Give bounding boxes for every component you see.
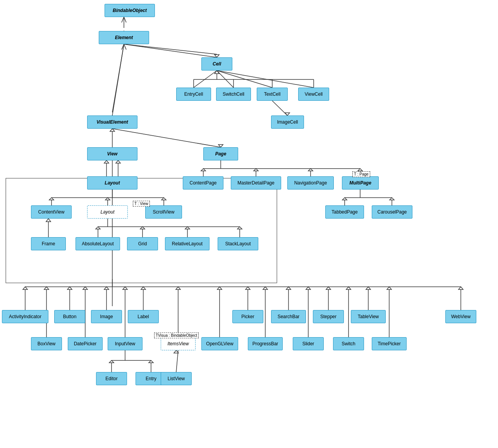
node-cell: Cell <box>201 57 232 71</box>
node-masterdetailpage: MasterDetailPage <box>231 176 281 190</box>
svg-rect-66 <box>6 178 277 283</box>
svg-marker-79 <box>23 287 27 289</box>
svg-marker-38 <box>308 169 313 171</box>
svg-marker-97 <box>44 287 49 289</box>
uml-diagram: BindableObjectElementCellEntryCellSwitch… <box>0 0 498 448</box>
svg-marker-81 <box>104 287 109 289</box>
svg-line-2 <box>112 44 124 112</box>
node-frame: Frame <box>31 237 66 250</box>
svg-marker-36 <box>201 169 206 171</box>
node-switch: Switch <box>333 337 364 350</box>
node-element: Element <box>99 31 149 44</box>
svg-line-12 <box>217 71 314 88</box>
svg-marker-84 <box>286 287 291 289</box>
svg-marker-113 <box>174 350 179 353</box>
node-page: Page <box>203 147 238 160</box>
node-openglview: OpenGLView <box>201 337 238 350</box>
node-picker: Picker <box>232 310 263 323</box>
svg-marker-101 <box>217 287 222 289</box>
node-inputview: InputView <box>108 337 143 350</box>
node-viewcell: ViewCell <box>298 88 329 101</box>
svg-marker-8 <box>215 55 219 57</box>
svg-line-20 <box>272 101 287 115</box>
svg-marker-39 <box>358 169 362 171</box>
node-itemsview: ItemsView <box>161 337 196 350</box>
node-entrycell: EntryCell <box>176 88 211 101</box>
svg-marker-111 <box>149 360 153 363</box>
svg-marker-104 <box>346 287 351 289</box>
svg-marker-23 <box>110 129 115 131</box>
svg-marker-63 <box>140 227 145 229</box>
node-multipage: MultiPage <box>342 176 379 190</box>
svg-marker-80 <box>67 287 72 289</box>
node-editor: Editor <box>96 372 127 385</box>
svg-marker-85 <box>326 287 331 289</box>
svg-marker-44 <box>342 198 347 200</box>
node-activityindicator: ActivityIndicator <box>2 310 48 323</box>
node-bindableobject: BindableObject <box>105 4 155 17</box>
note-t-page: T : Page <box>352 171 370 177</box>
node-grid: Grid <box>127 237 158 250</box>
node-boxview: BoxView <box>31 337 62 350</box>
node-relativelayout: RelativeLayout <box>165 237 210 250</box>
svg-marker-25 <box>218 145 223 147</box>
svg-marker-64 <box>185 227 190 229</box>
node-layout_t: Layout <box>87 205 128 219</box>
svg-marker-55 <box>46 219 51 222</box>
node-imagecell: ImageCell <box>271 115 304 129</box>
svg-marker-83 <box>246 287 250 289</box>
svg-marker-53 <box>161 198 166 200</box>
node-scrollview: ScrollView <box>145 205 182 219</box>
node-slider: Slider <box>293 337 324 350</box>
node-image: Image <box>91 310 122 323</box>
svg-marker-110 <box>109 360 114 363</box>
node-button: Button <box>54 310 85 323</box>
node-textcell: TextCell <box>257 88 288 101</box>
svg-marker-86 <box>366 287 371 289</box>
note-t-visual: TVisua : BindableObject <box>154 333 199 338</box>
node-visualelement: VisualElement <box>87 115 137 129</box>
node-contentview: ContentView <box>31 205 72 219</box>
svg-line-1 <box>124 44 217 54</box>
node-navigationpage: NavigationPage <box>287 176 334 190</box>
node-view: View <box>87 147 137 160</box>
svg-marker-99 <box>123 287 127 289</box>
svg-line-10 <box>217 71 234 88</box>
node-absolutelayout: AbsoluteLayout <box>76 237 120 250</box>
svg-line-5 <box>112 44 124 115</box>
svg-marker-103 <box>306 287 311 289</box>
svg-marker-105 <box>387 287 392 289</box>
svg-marker-52 <box>105 198 110 200</box>
svg-line-11 <box>217 71 272 88</box>
svg-marker-87 <box>459 287 463 289</box>
svg-marker-102 <box>263 287 268 289</box>
svg-marker-45 <box>390 198 394 200</box>
svg-line-24 <box>112 129 221 147</box>
svg-marker-29 <box>116 160 120 163</box>
node-progressbar: ProgressBar <box>248 337 283 350</box>
svg-marker-21 <box>285 113 290 115</box>
node-carouselpage: CarouselPage <box>372 205 412 219</box>
svg-marker-62 <box>96 227 100 229</box>
svg-line-112 <box>176 350 178 372</box>
svg-marker-98 <box>83 287 88 289</box>
node-tabbedpage: TabbedPage <box>325 205 364 219</box>
svg-marker-37 <box>254 169 258 171</box>
node-webview: WebView <box>445 310 476 323</box>
node-contentpage: ContentPage <box>183 176 223 190</box>
node-listview: ListView <box>161 372 192 385</box>
node-stepper: Stepper <box>313 310 344 323</box>
node-datepicker: DatePicker <box>68 337 103 350</box>
node-layout_main: Layout <box>87 176 137 190</box>
node-switchcell: SwitchCell <box>216 88 251 101</box>
node-searchbar: SearchBar <box>271 310 306 323</box>
svg-marker-82 <box>141 287 146 289</box>
note-t-view: T : View <box>133 201 150 207</box>
node-tableview: TableView <box>351 310 386 323</box>
svg-marker-19 <box>215 71 219 74</box>
node-stacklayout: StackLayout <box>218 237 258 250</box>
svg-marker-65 <box>237 227 242 229</box>
svg-marker-51 <box>49 198 54 200</box>
node-timepicker: TimePicker <box>372 337 407 350</box>
svg-marker-28 <box>104 160 109 163</box>
